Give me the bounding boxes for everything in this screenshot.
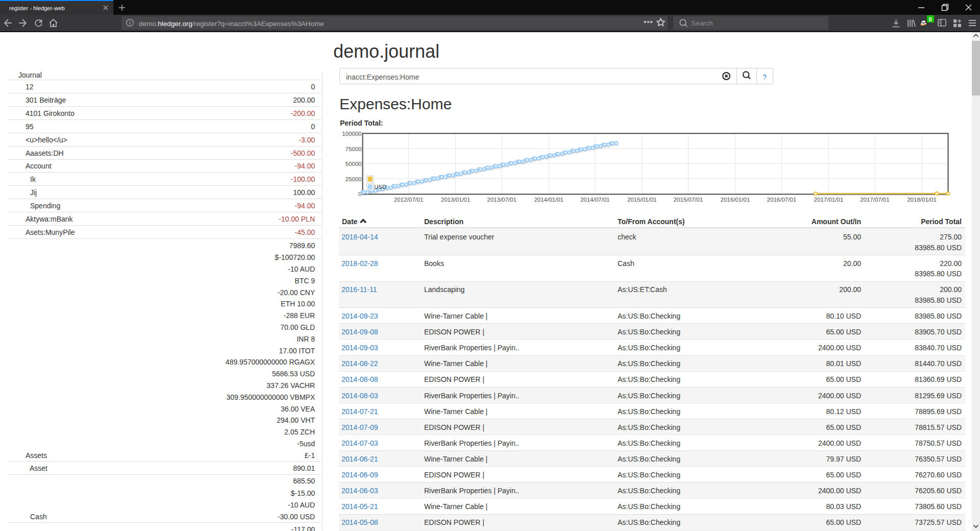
svg-text:2013/01/01: 2013/01/01 [441,197,471,203]
svg-text:100000: 100000 [342,131,361,137]
svg-text:75000: 75000 [346,146,362,152]
svg-text:2017/07/01: 2017/07/01 [860,197,890,203]
svg-text:2014/01/01: 2014/01/01 [534,197,564,203]
svg-text:25000: 25000 [346,176,362,182]
svg-text:2015/07/01: 2015/07/01 [674,197,703,203]
svg-text:2016/07/01: 2016/07/01 [767,197,797,203]
svg-text:2017/01/01: 2017/01/01 [814,197,844,203]
svg-text:2018/01/01: 2018/01/01 [907,197,937,203]
svg-text:50000: 50000 [346,161,362,167]
svg-text:USD: USD [374,184,386,190]
svg-text:2012/07/01: 2012/07/01 [394,197,424,203]
svg-text:2016/01/01: 2016/01/01 [721,197,750,203]
svg-text:2013/07/01: 2013/07/01 [487,197,517,203]
svg-text:2014/07/01: 2014/07/01 [580,197,610,203]
svg-text:2015/01/01: 2015/01/01 [627,197,657,203]
